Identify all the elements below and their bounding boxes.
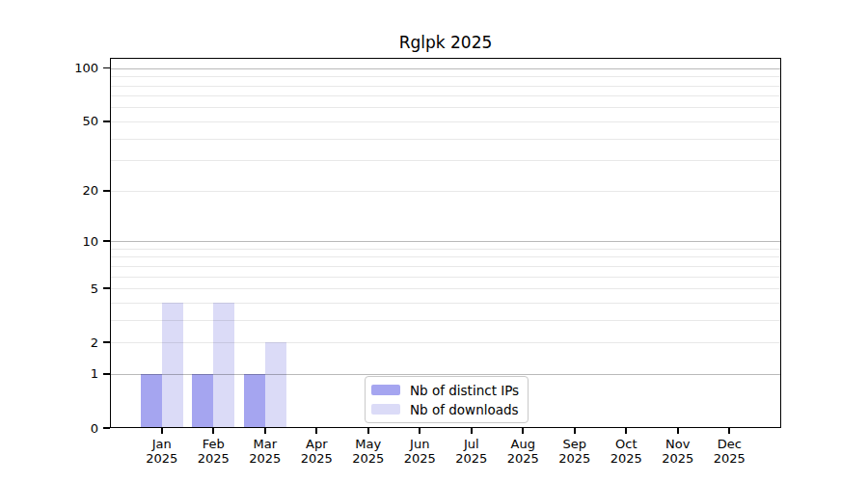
x-tick-label: Jul2025 [443, 437, 501, 466]
x-tick-label: Jan2025 [133, 437, 191, 466]
minor-gridline [110, 342, 781, 343]
y-tick [103, 120, 110, 122]
x-tick-year: 2025 [287, 451, 345, 466]
y-tick-label: 100 [60, 62, 98, 74]
x-tick-year: 2025 [494, 451, 552, 466]
x-tick [522, 428, 524, 434]
x-tick-year: 2025 [184, 451, 242, 466]
x-tick-month: Jul [443, 437, 501, 451]
bar-distinct-ips [244, 374, 265, 428]
y-tick [103, 427, 110, 429]
x-tick [367, 428, 369, 434]
x-tick-month: Jan [133, 437, 191, 451]
x-tick [264, 428, 266, 434]
y-tick-label: 10 [60, 235, 98, 248]
x-tick-year: 2025 [546, 451, 604, 466]
x-tick-year: 2025 [391, 451, 448, 466]
minor-gridline [110, 303, 781, 304]
x-tick-label: Mar2025 [236, 437, 294, 466]
y-tick-label: 2 [60, 336, 98, 349]
y-tick [103, 67, 110, 69]
legend-label: Nb of downloads [410, 403, 519, 416]
y-tick [103, 373, 110, 375]
x-tick [315, 428, 317, 434]
bar-downloads [162, 303, 183, 428]
x-tick-year: 2025 [443, 451, 501, 466]
plot-area [110, 58, 781, 428]
minor-gridline [110, 191, 781, 192]
x-tick-label: Feb2025 [184, 437, 242, 466]
y-tick-label: 0 [60, 422, 98, 435]
x-tick-month: Sep [546, 437, 604, 451]
minor-gridline [110, 320, 781, 321]
minor-gridline [110, 256, 781, 257]
y-tick [103, 287, 110, 289]
x-tick-month: Aug [494, 437, 552, 451]
minor-gridline [110, 95, 781, 96]
x-tick-year: 2025 [649, 451, 707, 466]
bar-downloads [213, 303, 234, 428]
x-tick-year: 2025 [339, 451, 397, 466]
x-tick [625, 428, 627, 434]
bar-distinct-ips [192, 374, 213, 428]
legend-entry: Nb of downloads [371, 403, 520, 416]
x-tick-month: Nov [649, 437, 707, 451]
x-tick [677, 428, 679, 434]
legend: Nb of distinct IPsNb of downloads [365, 376, 529, 423]
minor-gridline [110, 288, 781, 289]
legend-entry: Nb of distinct IPs [371, 384, 520, 397]
bar-downloads [265, 342, 286, 428]
minor-gridline [110, 86, 781, 87]
x-tick-label: Sep2025 [546, 437, 604, 466]
x-tick-month: Oct [597, 437, 655, 451]
x-tick-month: Dec [700, 437, 758, 451]
y-tick [103, 190, 110, 192]
x-tick-label: Jun2025 [391, 437, 448, 466]
major-gridline [110, 241, 781, 242]
x-tick-month: May [339, 437, 397, 451]
y-tick [103, 341, 110, 343]
minor-gridline [110, 76, 781, 77]
minor-gridline [110, 121, 781, 122]
legend-label: Nb of distinct IPs [410, 384, 519, 397]
y-tick-label: 1 [60, 367, 98, 380]
minor-gridline [110, 249, 781, 250]
y-tick-label: 50 [60, 115, 98, 127]
minor-gridline [110, 266, 781, 267]
x-tick-year: 2025 [700, 451, 758, 466]
x-tick [471, 428, 473, 434]
x-tick-year: 2025 [597, 451, 655, 466]
legend-swatch [371, 385, 400, 395]
x-tick-label: Dec2025 [700, 437, 758, 466]
y-tick [103, 240, 110, 242]
x-tick-label: Aug2025 [494, 437, 552, 466]
major-gridline [110, 374, 781, 375]
x-tick-label: Oct2025 [597, 437, 655, 466]
major-gridline [110, 68, 781, 69]
x-tick-year: 2025 [133, 451, 191, 466]
minor-gridline [110, 107, 781, 108]
x-tick-month: Apr [287, 437, 345, 451]
bar-distinct-ips [141, 374, 162, 428]
x-tick [574, 428, 576, 434]
x-tick [212, 428, 214, 434]
x-tick-month: Jun [391, 437, 448, 451]
x-tick [161, 428, 163, 434]
x-tick-label: Apr2025 [287, 437, 345, 466]
x-tick [419, 428, 420, 434]
y-tick-label: 5 [60, 282, 98, 295]
x-tick-month: Mar [236, 437, 294, 451]
x-tick-label: May2025 [339, 437, 397, 466]
x-tick [728, 428, 730, 434]
plot-border [110, 58, 781, 428]
x-tick-year: 2025 [236, 451, 294, 466]
download-stats-figure: Rglpk 2025 1005020105210Jan2025Feb2025Ma… [0, 0, 868, 482]
legend-swatch [371, 404, 400, 415]
x-tick-month: Feb [184, 437, 242, 451]
minor-gridline [110, 277, 781, 278]
minor-gridline [110, 139, 781, 140]
chart-title: Rglpk 2025 [110, 33, 781, 52]
x-tick-label: Nov2025 [649, 437, 707, 466]
minor-gridline [110, 160, 781, 161]
y-tick-label: 20 [60, 184, 98, 197]
